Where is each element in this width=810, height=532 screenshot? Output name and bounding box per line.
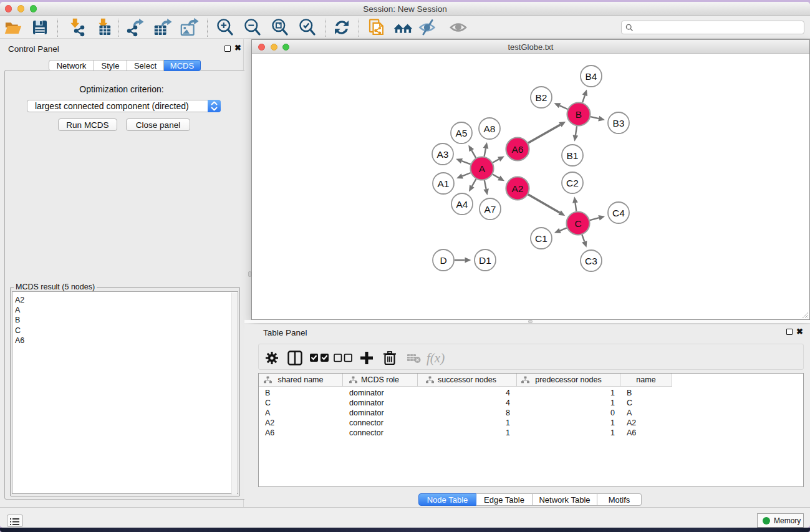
- svg-text:A4: A4: [456, 199, 468, 210]
- svg-text:A1: A1: [438, 178, 450, 189]
- svg-text:D: D: [440, 255, 446, 266]
- svg-text:C4: C4: [612, 208, 625, 218]
- svg-text:A2: A2: [512, 183, 524, 194]
- svg-text:C3: C3: [585, 256, 597, 266]
- svg-text:C1: C1: [535, 233, 547, 244]
- svg-text:C2: C2: [566, 178, 579, 188]
- svg-text:B3: B3: [613, 118, 625, 128]
- svg-text:A7: A7: [485, 204, 496, 215]
- svg-text:A8: A8: [484, 123, 496, 134]
- svg-text:B2: B2: [536, 92, 547, 103]
- svg-text:D1: D1: [479, 255, 491, 266]
- svg-text:B1: B1: [567, 150, 579, 161]
- svg-text:A6: A6: [512, 144, 524, 155]
- svg-text:A: A: [479, 163, 486, 174]
- svg-text:f(x): f(x): [427, 351, 445, 365]
- svg-text:C: C: [574, 218, 581, 229]
- svg-text:B: B: [576, 109, 582, 120]
- svg-text:A5: A5: [456, 128, 468, 138]
- svg-text:A3: A3: [437, 149, 449, 160]
- svg-text:B4: B4: [586, 71, 597, 82]
